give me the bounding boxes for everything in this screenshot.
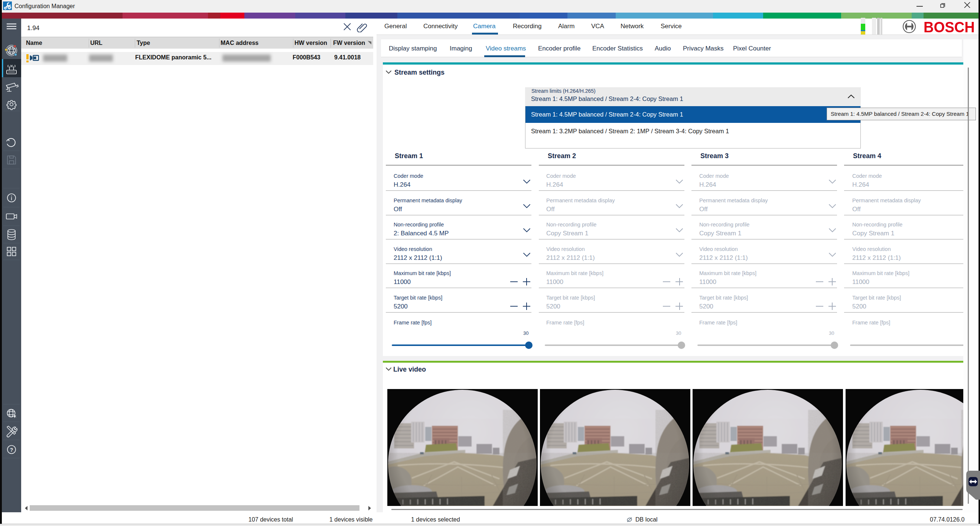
- svg-text:?: ?: [10, 447, 13, 453]
